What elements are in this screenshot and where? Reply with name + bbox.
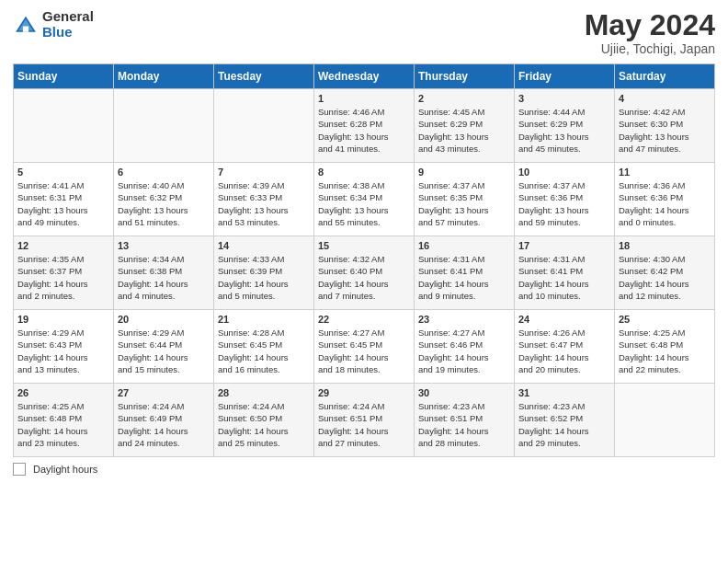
day-number: 31	[518, 387, 610, 398]
calendar-cell: 27Sunrise: 4:24 AMSunset: 6:49 PMDayligh…	[114, 384, 214, 457]
calendar-cell: 23Sunrise: 4:27 AMSunset: 6:46 PMDayligh…	[415, 310, 515, 384]
calendar-cell: 26Sunrise: 4:25 AMSunset: 6:48 PMDayligh…	[14, 384, 114, 457]
weekday-row: SundayMondayTuesdayWednesdayThursdayFrid…	[14, 64, 715, 89]
day-number: 12	[17, 240, 109, 251]
day-info: Sunrise: 4:27 AMSunset: 6:46 PMDaylight:…	[418, 327, 510, 375]
calendar-cell: 10Sunrise: 4:37 AMSunset: 6:36 PMDayligh…	[515, 163, 615, 236]
day-info: Sunrise: 4:23 AMSunset: 6:51 PMDaylight:…	[418, 400, 510, 449]
calendar-header: SundayMondayTuesdayWednesdayThursdayFrid…	[14, 64, 715, 89]
day-info: Sunrise: 4:26 AMSunset: 6:47 PMDaylight:…	[518, 327, 610, 375]
day-info: Sunrise: 4:23 AMSunset: 6:52 PMDaylight:…	[518, 400, 610, 449]
logo-blue-text: Blue	[42, 25, 94, 40]
day-number: 9	[418, 167, 510, 178]
logo-text: General Blue	[42, 9, 94, 40]
calendar-cell: 9Sunrise: 4:37 AMSunset: 6:35 PMDaylight…	[415, 163, 515, 236]
day-info: Sunrise: 4:35 AMSunset: 6:37 PMDaylight:…	[17, 253, 109, 302]
calendar-cell: 11Sunrise: 4:36 AMSunset: 6:36 PMDayligh…	[615, 163, 715, 236]
day-number: 30	[418, 387, 510, 398]
day-number: 1	[318, 93, 410, 104]
calendar-cell: 12Sunrise: 4:35 AMSunset: 6:37 PMDayligh…	[14, 236, 114, 310]
day-info: Sunrise: 4:27 AMSunset: 6:45 PMDaylight:…	[318, 327, 410, 375]
day-number: 28	[218, 387, 310, 398]
day-number: 10	[518, 167, 610, 178]
day-number: 18	[619, 240, 711, 251]
weekday-header-thursday: Thursday	[415, 64, 515, 89]
calendar-cell: 3Sunrise: 4:44 AMSunset: 6:29 PMDaylight…	[515, 89, 615, 163]
day-number: 2	[418, 93, 510, 104]
day-number: 21	[218, 314, 310, 325]
calendar-cell: 29Sunrise: 4:24 AMSunset: 6:51 PMDayligh…	[314, 384, 415, 457]
weekday-header-saturday: Saturday	[615, 64, 715, 89]
calendar-cell: 14Sunrise: 4:33 AMSunset: 6:39 PMDayligh…	[214, 236, 314, 310]
calendar-cell: 22Sunrise: 4:27 AMSunset: 6:45 PMDayligh…	[314, 310, 415, 384]
day-number: 4	[619, 93, 711, 104]
day-number: 5	[17, 167, 109, 178]
week-row-4: 19Sunrise: 4:29 AMSunset: 6:43 PMDayligh…	[14, 310, 715, 384]
calendar-cell: 17Sunrise: 4:31 AMSunset: 6:41 PMDayligh…	[515, 236, 615, 310]
weekday-header-wednesday: Wednesday	[314, 64, 415, 89]
day-info: Sunrise: 4:33 AMSunset: 6:39 PMDaylight:…	[218, 253, 310, 302]
weekday-header-friday: Friday	[515, 64, 615, 89]
day-info: Sunrise: 4:28 AMSunset: 6:45 PMDaylight:…	[218, 327, 310, 375]
calendar-body: 1Sunrise: 4:46 AMSunset: 6:28 PMDaylight…	[14, 89, 715, 457]
calendar-cell: 7Sunrise: 4:39 AMSunset: 6:33 PMDaylight…	[214, 163, 314, 236]
calendar-cell: 19Sunrise: 4:29 AMSunset: 6:43 PMDayligh…	[14, 310, 114, 384]
calendar-cell: 15Sunrise: 4:32 AMSunset: 6:40 PMDayligh…	[314, 236, 415, 310]
day-number: 14	[218, 240, 310, 251]
day-info: Sunrise: 4:45 AMSunset: 6:29 PMDaylight:…	[418, 106, 510, 155]
calendar-cell: 1Sunrise: 4:46 AMSunset: 6:28 PMDaylight…	[314, 89, 415, 163]
day-number: 25	[619, 314, 711, 325]
day-number: 29	[318, 387, 410, 398]
calendar-cell: 5Sunrise: 4:41 AMSunset: 6:31 PMDaylight…	[14, 163, 114, 236]
day-number: 17	[518, 240, 610, 251]
calendar-cell: 24Sunrise: 4:26 AMSunset: 6:47 PMDayligh…	[515, 310, 615, 384]
day-info: Sunrise: 4:37 AMSunset: 6:36 PMDaylight:…	[518, 179, 610, 228]
logo: General Blue	[13, 9, 94, 40]
calendar-cell: 31Sunrise: 4:23 AMSunset: 6:52 PMDayligh…	[515, 384, 615, 457]
calendar-cell: 21Sunrise: 4:28 AMSunset: 6:45 PMDayligh…	[214, 310, 314, 384]
day-number: 11	[619, 167, 711, 178]
title-block: May 2024 Ujiie, Tochigi, Japan	[585, 9, 715, 56]
day-number: 15	[318, 240, 410, 251]
calendar-cell: 13Sunrise: 4:34 AMSunset: 6:38 PMDayligh…	[114, 236, 214, 310]
day-info: Sunrise: 4:24 AMSunset: 6:50 PMDaylight:…	[218, 400, 310, 449]
day-info: Sunrise: 4:38 AMSunset: 6:34 PMDaylight:…	[318, 179, 410, 228]
day-number: 23	[418, 314, 510, 325]
day-info: Sunrise: 4:34 AMSunset: 6:38 PMDaylight:…	[118, 253, 210, 302]
day-info: Sunrise: 4:42 AMSunset: 6:30 PMDaylight:…	[619, 106, 711, 155]
calendar-cell: 4Sunrise: 4:42 AMSunset: 6:30 PMDaylight…	[615, 89, 715, 163]
svg-rect-2	[23, 26, 28, 31]
calendar-cell	[114, 89, 214, 163]
main-title: May 2024	[585, 9, 715, 41]
day-info: Sunrise: 4:24 AMSunset: 6:49 PMDaylight:…	[118, 400, 210, 449]
day-number: 24	[518, 314, 610, 325]
week-row-5: 26Sunrise: 4:25 AMSunset: 6:48 PMDayligh…	[14, 384, 715, 457]
daylight-legend-label: Daylight hours	[33, 464, 97, 475]
day-info: Sunrise: 4:36 AMSunset: 6:36 PMDaylight:…	[619, 179, 711, 228]
day-number: 8	[318, 167, 410, 178]
day-info: Sunrise: 4:24 AMSunset: 6:51 PMDaylight:…	[318, 400, 410, 449]
day-info: Sunrise: 4:29 AMSunset: 6:44 PMDaylight:…	[118, 327, 210, 375]
day-info: Sunrise: 4:30 AMSunset: 6:42 PMDaylight:…	[619, 253, 711, 302]
day-info: Sunrise: 4:31 AMSunset: 6:41 PMDaylight:…	[518, 253, 610, 302]
day-info: Sunrise: 4:37 AMSunset: 6:35 PMDaylight:…	[418, 179, 510, 228]
day-number: 27	[118, 387, 210, 398]
logo-general-text: General	[42, 9, 94, 25]
day-info: Sunrise: 4:31 AMSunset: 6:41 PMDaylight:…	[418, 253, 510, 302]
day-number: 7	[218, 167, 310, 178]
calendar-cell: 20Sunrise: 4:29 AMSunset: 6:44 PMDayligh…	[114, 310, 214, 384]
day-info: Sunrise: 4:25 AMSunset: 6:48 PMDaylight:…	[17, 400, 109, 449]
calendar-table: SundayMondayTuesdayWednesdayThursdayFrid…	[13, 63, 715, 457]
calendar-cell: 8Sunrise: 4:38 AMSunset: 6:34 PMDaylight…	[314, 163, 415, 236]
calendar-cell	[214, 89, 314, 163]
week-row-2: 5Sunrise: 4:41 AMSunset: 6:31 PMDaylight…	[14, 163, 715, 236]
day-info: Sunrise: 4:39 AMSunset: 6:33 PMDaylight:…	[218, 179, 310, 228]
day-info: Sunrise: 4:41 AMSunset: 6:31 PMDaylight:…	[17, 179, 109, 228]
day-number: 3	[518, 93, 610, 104]
calendar-cell	[615, 384, 715, 457]
day-info: Sunrise: 4:32 AMSunset: 6:40 PMDaylight:…	[318, 253, 410, 302]
day-number: 13	[118, 240, 210, 251]
calendar-cell	[14, 89, 114, 163]
weekday-header-monday: Monday	[114, 64, 214, 89]
day-number: 6	[118, 167, 210, 178]
